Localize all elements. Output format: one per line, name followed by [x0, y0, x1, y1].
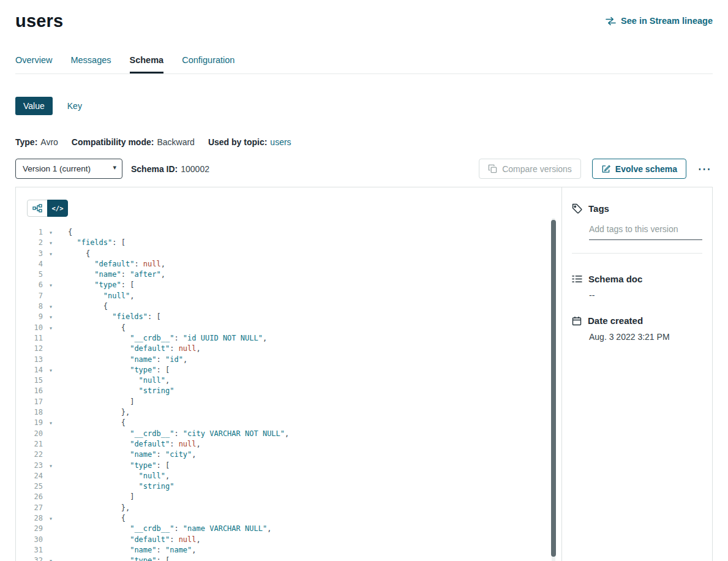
fold-spacer	[47, 344, 55, 354]
fold-spacer	[47, 535, 55, 545]
code-token: "null"	[103, 292, 130, 300]
code-token: ,	[165, 376, 170, 385]
code-token: {	[103, 302, 108, 311]
code-lines: 1▾{2▾ "fields": [3▾ {4 "default": null,5…	[16, 227, 561, 561]
code-token: : [	[148, 312, 161, 321]
line-number: 28	[16, 513, 43, 524]
fold-arrow-icon[interactable]: ▾	[47, 301, 55, 312]
evolve-schema-button[interactable]: Evolve schema	[592, 159, 686, 179]
tab-schema[interactable]: Schema	[130, 55, 164, 73]
line-number: 5	[16, 269, 43, 280]
code-token: ,	[197, 535, 201, 544]
line-number: 20	[16, 429, 43, 439]
tab-overview[interactable]: Overview	[15, 55, 52, 73]
used-by-topic-link[interactable]: users	[270, 137, 291, 147]
code-line: 1▾{	[16, 227, 561, 238]
code-text: {	[55, 418, 126, 428]
code-token: "default"	[130, 535, 170, 544]
line-number: 27	[16, 503, 43, 513]
tags-input[interactable]	[589, 223, 702, 240]
code-line: 5 "name": "after",	[16, 269, 561, 280]
code-line: 25 "string"	[16, 481, 561, 492]
code-token: null	[179, 535, 197, 544]
fold-arrow-icon[interactable]: ▾	[47, 249, 55, 259]
line-number: 19	[16, 418, 43, 428]
code-text: "name": "city",	[55, 450, 197, 460]
code-line: 4 "default": null,	[16, 259, 561, 269]
code-token: "null"	[139, 472, 165, 480]
code-token: :	[170, 535, 178, 544]
key-tab-button[interactable]: Key	[67, 97, 82, 115]
code-token: "city VARCHAR NOT NULL"	[183, 429, 285, 438]
compare-versions-button[interactable]: Compare versions	[479, 159, 581, 179]
schema-id-label: Schema ID:	[131, 164, 178, 174]
fold-arrow-icon[interactable]: ▾	[47, 227, 55, 238]
version-select-wrap: Version 1 (current) ▾	[15, 159, 122, 179]
fold-arrow-icon[interactable]: ▾	[47, 238, 55, 248]
fold-spacer	[47, 375, 55, 386]
code-line: 10▾ {	[16, 323, 561, 333]
line-number: 3	[16, 249, 43, 259]
fold-arrow-icon[interactable]: ▾	[47, 418, 55, 428]
tree-view-button[interactable]	[27, 200, 48, 217]
line-number: 16	[16, 386, 43, 396]
line-number: 23	[16, 461, 43, 471]
code-line: 7 "null",	[16, 291, 561, 301]
editor-scrollbar[interactable]	[552, 218, 555, 561]
code-text: "null",	[55, 471, 170, 481]
fold-spacer	[47, 524, 55, 534]
line-number: 11	[16, 333, 43, 344]
schema-type-label: Type:	[15, 137, 37, 147]
code-text: },	[55, 503, 130, 513]
version-select[interactable]: Version 1 (current)	[15, 159, 122, 179]
code-view-icon: </>	[52, 205, 64, 212]
stream-lineage-link[interactable]: See in Stream lineage	[606, 16, 713, 26]
overflow-menu-button[interactable]: ⋯	[696, 162, 713, 176]
fold-arrow-icon[interactable]: ▾	[47, 280, 55, 290]
code-text: {	[55, 227, 72, 238]
code-token: null	[179, 344, 197, 353]
code-token: "name VARCHAR NULL"	[183, 524, 267, 533]
code-text: "name": "name",	[55, 545, 197, 555]
code-text: ]	[55, 397, 134, 407]
code-token: ,	[183, 355, 187, 364]
code-text: "default": null,	[55, 439, 201, 450]
code-line: 29 "__crdb__": "name VARCHAR NULL",	[16, 524, 561, 534]
code-text: "null",	[55, 291, 134, 301]
code-text: "default": null,	[55, 259, 165, 269]
schema-doc-header: Schema doc	[572, 274, 702, 284]
fold-arrow-icon[interactable]: ▾	[47, 323, 55, 333]
code-token: "default"	[94, 260, 134, 268]
code-token: :	[157, 450, 165, 459]
value-tab-button[interactable]: Value	[15, 97, 53, 115]
code-token: ,	[263, 334, 267, 342]
code-view-button[interactable]: </>	[47, 200, 68, 217]
code-text: "__crdb__": "name VARCHAR NULL",	[55, 524, 271, 534]
code-token: ,	[161, 270, 165, 279]
tab-configuration[interactable]: Configuration	[182, 55, 235, 73]
scrollbar-thumb[interactable]	[551, 220, 556, 557]
fold-arrow-icon[interactable]: ▾	[47, 365, 55, 375]
fold-spacer	[47, 386, 55, 396]
fold-arrow-icon[interactable]: ▾	[47, 513, 55, 524]
code-token: "null"	[139, 376, 165, 385]
line-number: 14	[16, 365, 43, 375]
tags-header: Tags	[572, 203, 702, 214]
code-text: "type": [	[55, 365, 170, 375]
code-line: 23▾ "type": [	[16, 461, 561, 471]
code-token: :	[157, 355, 165, 364]
schema-id: Schema ID:100002	[131, 164, 209, 174]
tag-icon	[572, 203, 582, 214]
line-number: 1	[16, 227, 43, 238]
schema-sidebar: Tags Schema doc --	[561, 187, 712, 561]
value-key-segment: Value Key	[15, 97, 713, 115]
code-text: },	[55, 407, 130, 418]
fold-arrow-icon[interactable]: ▾	[47, 312, 55, 322]
page-title: users	[15, 11, 63, 31]
code-line: 2▾ "fields": [	[16, 238, 561, 248]
fold-arrow-icon[interactable]: ▾	[47, 461, 55, 471]
code-token: ,	[192, 450, 196, 459]
tab-messages[interactable]: Messages	[70, 55, 111, 73]
code-token: {	[86, 249, 90, 258]
fold-arrow-icon[interactable]: ▾	[47, 555, 55, 561]
